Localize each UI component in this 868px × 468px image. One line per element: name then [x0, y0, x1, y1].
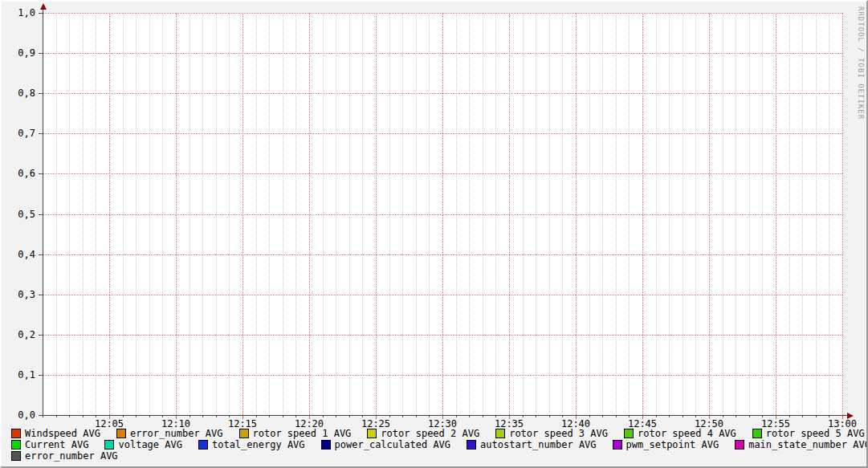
legend-label: Current AVG — [25, 440, 88, 450]
legend-item: error_number AVG — [116, 429, 223, 439]
legend-item: main_state_number AVG — [735, 440, 868, 450]
legend-label: rotor speed 5 AVG — [766, 429, 865, 439]
x-grid-major — [842, 13, 843, 415]
legend-swatch-icon — [116, 429, 126, 438]
legend-swatch-icon — [624, 429, 634, 438]
legend: Windspeed AVGerror_number AVGrotor speed… — [11, 428, 863, 462]
y-tick-label: 0,0 — [8, 410, 35, 420]
legend-item: pwm_setpoint AVG — [613, 440, 719, 450]
legend-swatch-icon — [752, 429, 762, 438]
legend-swatch-icon — [735, 440, 744, 450]
legend-item: rotor speed 1 AVG — [239, 429, 352, 439]
legend-swatch-icon — [11, 451, 21, 461]
y-tick-label: 1,0 — [8, 8, 35, 18]
x-axis-line — [39, 415, 848, 416]
legend-label: autostart_number AVG — [480, 440, 597, 450]
legend-item: voltage AVG — [104, 440, 181, 450]
plot-area — [43, 13, 842, 415]
legend-label: rotor speed 2 AVG — [381, 429, 479, 439]
y-tick-label: 0,3 — [8, 290, 35, 299]
legend-swatch-icon — [11, 440, 21, 450]
y-axis-arrow-icon — [40, 3, 47, 10]
y-tick-label: 0,7 — [8, 128, 35, 138]
legend-swatch-icon — [467, 440, 476, 450]
legend-swatch-icon — [198, 440, 208, 450]
legend-label: error_number AVG — [130, 429, 223, 439]
legend-row: error_number AVG — [11, 450, 863, 462]
legend-item: Windspeed AVG — [11, 429, 100, 439]
legend-label: power_calculated AVG — [335, 440, 451, 450]
legend-label: voltage AVG — [118, 440, 181, 450]
legend-item: Current AVG — [11, 440, 88, 450]
y-tick-label: 0,4 — [8, 250, 35, 259]
legend-item: power_calculated AVG — [321, 440, 451, 450]
legend-item: rotor speed 4 AVG — [624, 429, 736, 439]
legend-row: Windspeed AVGerror_number AVGrotor speed… — [11, 428, 863, 439]
y-tick-label: 0,5 — [8, 210, 35, 219]
legend-item: total_energy AVG — [198, 440, 305, 450]
legend-swatch-icon — [613, 440, 622, 450]
legend-swatch-icon — [239, 429, 249, 438]
legend-swatch-icon — [11, 429, 21, 438]
legend-item: autostart_number AVG — [467, 440, 597, 450]
legend-item: error_number AVG — [11, 451, 118, 462]
y-tick-label: 0,8 — [8, 88, 35, 98]
legend-label: total_energy AVG — [212, 440, 305, 450]
legend-label: main_state_number AVG — [748, 440, 868, 450]
legend-item: rotor speed 5 AVG — [752, 429, 865, 439]
legend-swatch-icon — [495, 429, 505, 438]
legend-label: rotor speed 4 AVG — [638, 429, 736, 439]
legend-label: rotor speed 3 AVG — [509, 429, 608, 439]
legend-swatch-icon — [104, 440, 114, 450]
rrdtool-graph: 1,00,90,80,70,60,50,40,30,20,10,012:0512… — [0, 0, 868, 468]
legend-swatch-icon — [367, 429, 377, 438]
legend-label: rotor speed 1 AVG — [253, 429, 352, 439]
legend-row: Current AVGvoltage AVGtotal_energy AVGpo… — [11, 439, 863, 450]
legend-item: rotor speed 2 AVG — [367, 429, 479, 439]
y-tick-label: 0,9 — [8, 48, 35, 58]
y-tick-label: 0,2 — [8, 330, 35, 340]
y-tick-label: 0,6 — [8, 169, 35, 178]
legend-swatch-icon — [321, 440, 331, 450]
watermark: RRDTOOL / TOBI OETIKER — [857, 6, 865, 120]
legend-label: pwm_setpoint AVG — [626, 440, 719, 450]
legend-item: rotor speed 3 AVG — [495, 429, 608, 439]
legend-label: Windspeed AVG — [25, 429, 100, 439]
legend-label: error_number AVG — [25, 451, 118, 462]
y-tick-label: 0,1 — [8, 370, 35, 380]
y-axis-line — [43, 8, 43, 417]
